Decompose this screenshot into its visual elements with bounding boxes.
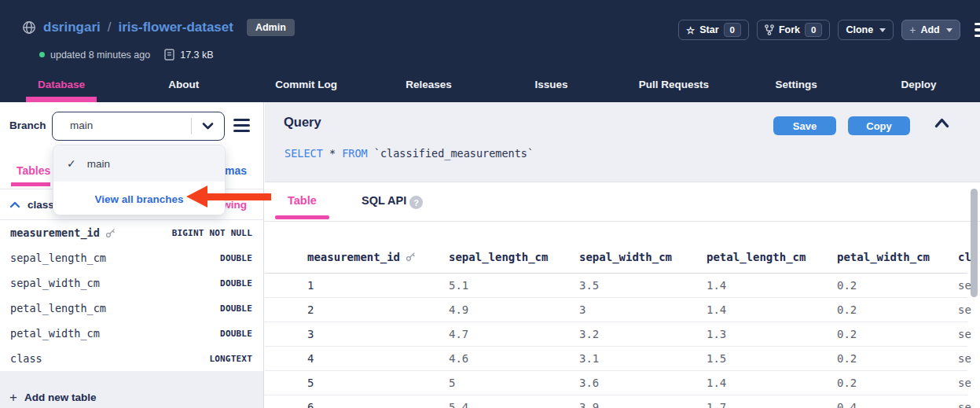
nav-tab-issues[interactable]: Issues: [490, 67, 613, 102]
table-row: 2 4.9 3 1.4 0.2 se: [265, 298, 967, 322]
schema-column-row: measurement_id BIGINT NOT NULL: [0, 220, 263, 245]
main-panel: Query SELECT * FROM `classified_measurem…: [265, 102, 980, 408]
nav-tab-about[interactable]: About: [123, 67, 245, 102]
sql-keyword-select: SELECT: [284, 147, 323, 160]
primary-key-icon: [406, 252, 416, 262]
nav-tab-commit-log[interactable]: Commit Log: [245, 67, 368, 102]
sql-query-text: SELECT * FROM `classified_measurements`: [284, 147, 534, 160]
column-header-petal-width[interactable]: petal_width_cm: [837, 251, 958, 263]
tables-tab-underline: [11, 182, 50, 186]
branch-selector-divider: [191, 118, 192, 134]
annotation-arrow-icon: [186, 186, 207, 208]
clone-button[interactable]: Clone: [838, 20, 894, 40]
cell: se: [958, 401, 971, 408]
repo-size: 17.3 kB: [180, 50, 213, 61]
owner-link[interactable]: dsringari: [43, 20, 101, 35]
sql-star: *: [329, 147, 336, 160]
tab-tables[interactable]: Tables: [17, 164, 50, 177]
fork-icon: [765, 24, 774, 35]
repo-actions: ☆ Star 0 Fork 0 Clone + Add: [678, 20, 980, 40]
branch-selected-value: main: [70, 119, 93, 131]
chevron-down-icon: [879, 28, 886, 32]
branch-selector[interactable]: main: [52, 112, 225, 141]
star-icon: ☆: [686, 24, 695, 36]
nav-tab-releases[interactable]: Releases: [368, 67, 490, 102]
column-header-petal-length[interactable]: petal_length_cm: [707, 251, 837, 263]
column-name: sepal_length_cm: [10, 252, 106, 264]
collapse-query-chevron-icon[interactable]: [934, 118, 949, 128]
result-table-area: measurement_id sepal_length_cm sepal_wid…: [265, 222, 980, 408]
nav-tab-pull-requests[interactable]: Pull Requests: [612, 67, 735, 102]
view-all-branches-label: View all branches: [94, 193, 183, 205]
add-button[interactable]: + Add: [901, 20, 960, 40]
cell: 3.2: [579, 328, 707, 340]
cell: 1.4: [707, 279, 837, 292]
nav-tab-settings[interactable]: Settings: [735, 67, 857, 102]
query-title: Query: [284, 115, 321, 130]
cell: 6: [307, 401, 449, 408]
cell: 0.2: [837, 328, 958, 340]
fork-count: 0: [805, 23, 822, 37]
cell: 1.4: [707, 377, 837, 389]
column-header-label: measurement_id: [307, 251, 400, 263]
updated-text: updated 8 minutes ago: [50, 50, 150, 61]
cell: 3.5: [579, 279, 707, 292]
repo-name-link[interactable]: iris-flower-dataset: [118, 20, 233, 35]
cell: se: [958, 279, 971, 292]
repo-nav: Database About Commit Log Releases Issue…: [0, 67, 980, 102]
column-header-sepal-width[interactable]: sepal_width_cm: [579, 251, 707, 263]
cell: se: [958, 303, 971, 316]
branch-menu-item-main[interactable]: ✓ main: [53, 145, 225, 182]
table-row: 3 4.7 3.2 1.3 0.2 se: [265, 322, 967, 347]
column-type: DOUBLE: [220, 278, 252, 289]
sidebar-menu-icon[interactable]: [233, 119, 250, 132]
table-row: 1 5.1 3.5 1.4 0.2 se: [265, 274, 967, 298]
cell: 5.4: [449, 401, 579, 408]
column-header-sepal-length[interactable]: sepal_length_cm: [449, 251, 579, 263]
column-type: DOUBLE: [220, 329, 252, 339]
fork-button[interactable]: Fork 0: [757, 20, 831, 40]
plus-icon: +: [9, 392, 17, 403]
result-tabs: Table SQL API ?: [265, 182, 980, 222]
tab-table[interactable]: Table: [288, 194, 317, 207]
column-name: petal_length_cm: [10, 302, 106, 314]
schema-column-list: measurement_id BIGINT NOT NULL sepal_len…: [0, 220, 263, 371]
chevron-down-icon[interactable]: [202, 122, 214, 130]
cell: se: [958, 328, 971, 340]
column-header-measurement-id[interactable]: measurement_id: [307, 251, 449, 263]
schema-column-row: petal_length_cm DOUBLE: [0, 296, 263, 321]
save-button[interactable]: Save: [773, 116, 836, 135]
cell: 1.7: [707, 401, 837, 408]
schema-column-row: sepal_length_cm DOUBLE: [0, 245, 263, 270]
header-menu-icon[interactable]: [974, 23, 980, 37]
cell: 4.6: [449, 352, 579, 365]
add-new-table-button[interactable]: + Add new table: [9, 391, 96, 403]
nav-tab-deploy[interactable]: Deploy: [857, 67, 980, 102]
cell: 4.7: [449, 328, 579, 340]
admin-badge: Admin: [247, 19, 295, 36]
column-header-class[interactable]: cl: [958, 251, 971, 263]
cell: 3.6: [579, 377, 707, 389]
nav-tab-database[interactable]: Database: [0, 67, 123, 102]
vertical-scrollbar[interactable]: [971, 189, 978, 297]
cell: 0.2: [837, 279, 958, 292]
help-icon[interactable]: ?: [409, 196, 423, 209]
column-name: petal_width_cm: [10, 327, 100, 340]
branch-label: Branch: [9, 119, 46, 131]
chevron-up-icon[interactable]: [9, 201, 20, 208]
tab-sql-api[interactable]: SQL API: [362, 194, 406, 207]
copy-button[interactable]: Copy: [848, 116, 910, 135]
table-row: 4 4.6 3.1 1.5 0.2 se: [265, 347, 967, 371]
primary-key-icon: [105, 228, 116, 238]
column-type: BIGINT NOT NULL: [172, 228, 252, 238]
cell: 5: [307, 377, 449, 389]
schema-column-row: class LONGTEXT: [0, 346, 263, 371]
star-label: Star: [699, 24, 718, 35]
fork-label: Fork: [779, 24, 800, 35]
cell: 1.3: [707, 328, 837, 340]
column-type: DOUBLE: [220, 303, 252, 314]
cell: 4: [307, 352, 449, 365]
cell: 5: [449, 377, 579, 389]
cell: 1: [307, 279, 449, 292]
star-button[interactable]: ☆ Star 0: [678, 20, 749, 40]
